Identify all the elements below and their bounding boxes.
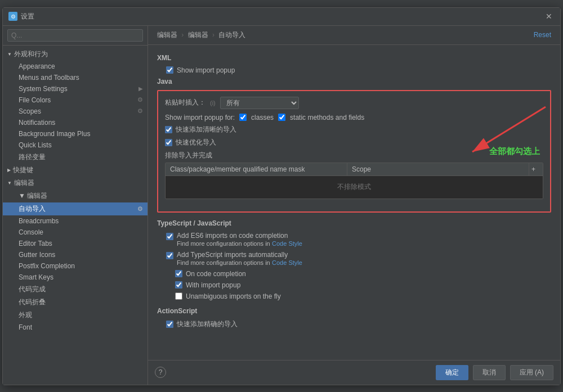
table-col1: Class/package/member qualified name mask [166, 163, 347, 175]
breadcrumb-bar: 编辑器 › 编辑器 › 自动导入 Reset [148, 26, 560, 45]
quick-optimize-label: 快速优化导入 [176, 138, 216, 147]
sidebar-section-shortcuts[interactable]: ▶ 快捷键 [3, 164, 148, 177]
paste-insert-label: 粘贴时插入： [165, 98, 205, 107]
search-input[interactable] [7, 29, 143, 42]
on-code-completion-checkbox[interactable] [175, 270, 182, 277]
section-label: 外观和行为 [14, 49, 48, 59]
expand-arrow: ▶ [138, 85, 143, 92]
apply-button[interactable]: 应用 (A) [510, 365, 553, 380]
table-col2: Scope [347, 163, 529, 175]
classes-label: classes [251, 114, 274, 121]
ts-code-style-link[interactable]: Code Style [272, 259, 302, 266]
sidebar-item-file-colors[interactable]: File Colors ⚙ [3, 94, 148, 106]
expand-triangle: ▶ [7, 168, 11, 173]
nav-tree: ▼ 外观和行为 Appearance Menus and Toolbars Sy… [3, 46, 148, 385]
sidebar: ▼ 外观和行为 Appearance Menus and Toolbars Sy… [3, 26, 148, 385]
sidebar-item-background-image[interactable]: Background Image Plus [3, 128, 148, 139]
es6-sublabel: Find more configuration options in Code … [177, 240, 302, 247]
quick-add-checkbox[interactable] [165, 126, 172, 133]
quick-add-row: 快速添加清晰的导入 [165, 125, 543, 134]
import-popup-label: Show import popup for: [165, 114, 235, 121]
paste-insert-info: (i) [210, 100, 216, 106]
exclude-label: 排除导入并完成 [165, 151, 543, 160]
section-label: 编辑器 [14, 178, 34, 188]
unambiguous-checkbox[interactable] [175, 292, 182, 300]
sidebar-item-gutter-icons[interactable]: Gutter Icons [3, 249, 148, 260]
ts-sub-section: On code completion With import popup Una… [157, 270, 551, 300]
java-section-header: Java [157, 78, 551, 85]
sidebar-item-appearance-sub[interactable]: 外观 [3, 309, 148, 322]
expand-triangle: ▼ [7, 52, 12, 57]
sidebar-item-system-settings[interactable]: System Settings ▶ [3, 83, 148, 94]
sidebar-item-editor-sub[interactable]: ▼ 编辑器 [3, 190, 148, 202]
footer: ? 确定 取消 应用 (A) [148, 360, 560, 385]
app-icon: ⚙ [8, 12, 17, 21]
add-row-button[interactable]: + [529, 163, 543, 175]
sidebar-section-appearance-behavior[interactable]: ▼ 外观和行为 [3, 48, 148, 61]
on-code-completion-label: On code completion [186, 270, 246, 278]
as-checkbox[interactable] [166, 321, 173, 328]
sidebar-item-code-folding[interactable]: 代码折叠 [3, 296, 148, 309]
expand-triangle: ▼ [7, 181, 12, 186]
ts-checkbox[interactable] [166, 252, 173, 259]
sidebar-item-menus-toolbars[interactable]: Menus and Toolbars [3, 72, 148, 83]
settings-content: XML Show import popup Java 粘贴时插入： (i) [148, 45, 560, 360]
quick-optimize-checkbox[interactable] [165, 139, 172, 146]
sidebar-item-path-vars[interactable]: 路径变量 [3, 151, 148, 164]
ok-button[interactable]: 确定 [436, 365, 468, 380]
main-content: ▼ 外观和行为 Appearance Menus and Toolbars Sy… [3, 26, 560, 385]
table-empty-text: 不排除模式 [337, 182, 371, 192]
with-import-popup-row: With import popup [175, 281, 551, 289]
sidebar-section-editor[interactable]: ▼ 编辑器 [3, 177, 148, 190]
unambiguous-row: Unambiguous imports on the fly [175, 292, 551, 300]
ts-sublabel: Find more configuration options in Code … [177, 259, 302, 267]
window-title: 设置 [21, 12, 34, 21]
sidebar-item-code-completion[interactable]: 代码完成 [3, 283, 148, 296]
reset-button[interactable]: Reset [534, 31, 551, 39]
with-import-popup-label: With import popup [186, 281, 240, 289]
ts-label: Add TypeScript imports automatically [177, 251, 302, 259]
gear-icon: ⚙ [137, 205, 143, 213]
main-panel: 编辑器 › 编辑器 › 自动导入 Reset XML Show import p… [148, 26, 560, 385]
show-import-popup-row: Show import popup [157, 66, 551, 74]
ts-section: Add ES6 imports on code completion Find … [157, 232, 551, 300]
close-button[interactable]: ✕ [543, 11, 555, 22]
help-button[interactable]: ? [155, 367, 166, 378]
static-methods-checkbox[interactable] [278, 114, 285, 121]
import-popup-row: Show import popup for: classes static me… [165, 114, 543, 121]
sidebar-item-smart-keys[interactable]: Smart Keys [3, 272, 148, 283]
sidebar-item-auto-import[interactable]: 自动导入 ⚙ [3, 202, 148, 215]
sidebar-item-notifications[interactable]: Notifications [3, 117, 148, 128]
section-label: 快捷键 [13, 165, 33, 175]
quick-add-label: 快速添加清晰的导入 [176, 125, 236, 134]
sidebar-item-postfix-completion[interactable]: Postfix Completion [3, 260, 148, 272]
cancel-button[interactable]: 取消 [473, 365, 506, 380]
classes-checkbox[interactable] [239, 114, 247, 121]
sidebar-item-appearance[interactable]: Appearance [3, 61, 148, 72]
gear-icon: ⚙ [137, 96, 143, 103]
sidebar-item-console[interactable]: Console [3, 227, 148, 238]
exclude-table: Class/package/member qualified name mask… [165, 163, 543, 199]
table-header: Class/package/member qualified name mask… [166, 163, 543, 176]
sidebar-item-breadcrumbs[interactable]: Breadcrumbs [3, 215, 148, 227]
show-import-popup-label: Show import popup [177, 66, 235, 74]
es6-checkbox[interactable] [166, 233, 173, 240]
sidebar-item-scopes[interactable]: Scopes ⚙ [3, 106, 148, 117]
as-section-header: ActionScript [157, 307, 551, 315]
ts-import-row: Add TypeScript imports automatically Fin… [157, 251, 551, 267]
show-import-popup-checkbox[interactable] [166, 66, 173, 74]
with-import-popup-checkbox[interactable] [175, 281, 182, 289]
paste-insert-select[interactable]: 所有 部分 无 [220, 97, 299, 109]
es6-code-style-link[interactable]: Code Style [272, 240, 302, 247]
unambiguous-label: Unambiguous imports on the fly [186, 292, 281, 300]
breadcrumb: 编辑器 › 编辑器 › 自动导入 [157, 30, 245, 40]
sidebar-item-editor-tabs[interactable]: Editor Tabs [3, 238, 148, 249]
gear-icon: ⚙ [137, 107, 143, 115]
java-section: 粘贴时插入： (i) 所有 部分 无 Show import popup for… [157, 90, 551, 213]
sidebar-item-quick-lists[interactable]: Quick Lists [3, 139, 148, 151]
java-section-wrapper: 粘贴时插入： (i) 所有 部分 无 Show import popup for… [157, 90, 551, 213]
static-methods-label: static methods and fields [290, 114, 364, 121]
as-label: 快速添加精确的导入 [177, 319, 238, 329]
sidebar-item-font[interactable]: Font [3, 322, 148, 333]
ts-label-block: Add TypeScript imports automatically Fin… [177, 251, 302, 267]
